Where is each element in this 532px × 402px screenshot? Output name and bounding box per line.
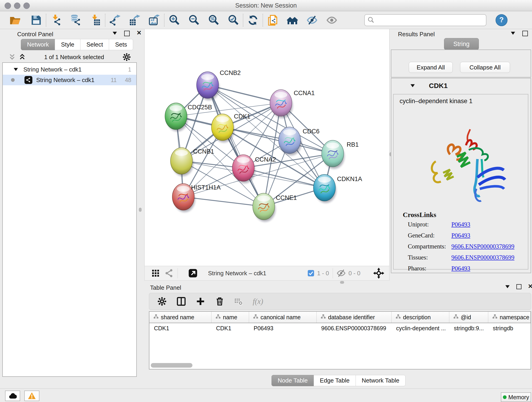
- save-session-icon[interactable]: [31, 15, 42, 26]
- tab-select[interactable]: Select: [80, 39, 109, 50]
- crosslink-link[interactable]: 9606.ENSP00000378699: [451, 254, 514, 261]
- network-collection-row[interactable]: String Network – cdk1 1: [3, 64, 136, 75]
- network-options-gear-icon[interactable]: [123, 53, 131, 61]
- import-database-icon[interactable]: [70, 15, 81, 26]
- table-cell[interactable]: CDK1: [149, 323, 211, 333]
- column-header--id[interactable]: @id: [449, 312, 488, 323]
- tab-style[interactable]: Style: [55, 39, 80, 50]
- zoom-window-icon[interactable]: [23, 2, 30, 9]
- column-header-namespace[interactable]: namespace: [488, 312, 531, 323]
- network-node-CDC6[interactable]: [279, 127, 301, 153]
- table-cell[interactable]: CDK1: [211, 323, 249, 333]
- show-all-icon[interactable]: [326, 15, 337, 26]
- zoom-out-icon[interactable]: [188, 15, 199, 26]
- open-session-icon[interactable]: [10, 15, 21, 26]
- first-neighbors-icon[interactable]: [287, 15, 298, 26]
- search-field[interactable]: [376, 17, 483, 24]
- import-network-icon[interactable]: [51, 15, 61, 26]
- warning-status-button[interactable]: [24, 390, 39, 401]
- column-header-canonical-name[interactable]: canonical name: [249, 312, 317, 323]
- add-column-icon[interactable]: [196, 297, 205, 306]
- hide-selected-icon[interactable]: [307, 15, 317, 26]
- cloud-status-button[interactable]: [5, 390, 20, 401]
- zoom-fit-icon[interactable]: [208, 15, 219, 26]
- table-cell[interactable]: stringdb:9...: [449, 323, 488, 333]
- network-row-selected[interactable]: String Network – cdk1 11 48: [3, 75, 136, 85]
- network-node-CCNB1[interactable]: [171, 148, 192, 174]
- entry-expand-icon[interactable]: [410, 83, 415, 88]
- table-cell[interactable]: cyclin-dependent ...: [392, 323, 449, 333]
- crosslink-link[interactable]: 9606.ENSP00000378699: [451, 243, 514, 250]
- birdseye-grid-icon[interactable]: [152, 269, 160, 277]
- collection-expand-icon[interactable]: [13, 67, 18, 72]
- network-node-CCNE1[interactable]: [253, 193, 275, 220]
- function-builder-icon: f(x): [253, 297, 263, 306]
- tab-string[interactable]: String: [444, 38, 479, 50]
- hidden-eye-icon[interactable]: [336, 269, 346, 278]
- column-header-name[interactable]: name: [211, 312, 249, 323]
- table-settings-gear-icon[interactable]: [157, 297, 167, 306]
- table-cell[interactable]: 9606.ENSP00000378699: [317, 323, 392, 333]
- table-cell[interactable]: P06493: [249, 323, 317, 333]
- crosslink-link[interactable]: P06493: [451, 265, 470, 272]
- network-node-CCNA2[interactable]: [232, 155, 254, 181]
- expand-all-networks-icon[interactable]: [19, 54, 26, 61]
- network-overview-icon[interactable]: [165, 269, 174, 278]
- network-node-CDKN1A[interactable]: [313, 174, 336, 201]
- zoom-selected-icon[interactable]: [228, 15, 239, 26]
- column-header-shared-name[interactable]: shared name: [149, 312, 211, 323]
- minimize-window-icon[interactable]: [14, 2, 20, 9]
- import-table-icon[interactable]: [90, 15, 101, 26]
- column-header-description[interactable]: description: [392, 312, 449, 323]
- export-network-icon[interactable]: [109, 15, 120, 26]
- table-row[interactable]: CDK1CDK1P064939606.ENSP00000378699cyclin…: [149, 323, 531, 333]
- table-panel-float-icon[interactable]: [516, 284, 521, 289]
- delete-column-icon[interactable]: [215, 297, 224, 306]
- control-panel-close-icon[interactable]: ✕: [137, 29, 142, 36]
- collapse-all-networks-icon[interactable]: [9, 54, 16, 61]
- results-panel-float-icon[interactable]: [522, 31, 528, 36]
- refresh-view-icon[interactable]: [247, 15, 259, 26]
- table-panel-menu-icon[interactable]: [505, 284, 510, 289]
- export-image-icon[interactable]: [149, 15, 160, 26]
- open-in-window-icon[interactable]: [188, 269, 197, 278]
- network-canvas[interactable]: CCNB2CCNA1CDC25BCDK1CDC6RB1CCNB1CCNA2CDK…: [144, 29, 389, 266]
- tab-edge-table[interactable]: Edge Table: [314, 375, 356, 386]
- toggle-columns-icon[interactable]: [177, 297, 186, 306]
- network-node-CCNA1[interactable]: [270, 89, 292, 116]
- memory-button[interactable]: Memory: [501, 392, 531, 402]
- clone-network-icon[interactable]: [267, 15, 278, 26]
- zoom-in-icon[interactable]: [169, 15, 180, 26]
- network-edge[interactable]: [183, 197, 264, 206]
- network-node-CCNB2[interactable]: [196, 72, 219, 98]
- tab-network[interactable]: Network: [21, 39, 55, 50]
- crosslink-link[interactable]: P06493: [451, 232, 470, 239]
- control-panel-float-icon[interactable]: [124, 31, 130, 36]
- warning-icon: [28, 392, 36, 400]
- table-hscrollbar-thumb[interactable]: [151, 363, 192, 368]
- tab-network-table[interactable]: Network Table: [355, 375, 405, 386]
- toolbar-separator: [243, 14, 243, 27]
- pan-crosshair-icon[interactable]: [373, 268, 384, 279]
- toolbar-separator: [46, 14, 46, 27]
- network-node-RB1[interactable]: [322, 140, 344, 167]
- selected-checkbox-icon[interactable]: [307, 270, 314, 277]
- control-panel-menu-icon[interactable]: [112, 31, 117, 36]
- tab-node-table[interactable]: Node Table: [272, 375, 314, 386]
- left-splitter-handle[interactable]: [139, 208, 142, 212]
- results-panel-menu-icon[interactable]: [510, 31, 515, 36]
- help-button[interactable]: ?: [496, 14, 507, 26]
- network-node-CDK1[interactable]: [211, 114, 234, 140]
- collapse-all-button[interactable]: Collapse All: [460, 62, 510, 73]
- column-header-database-identifier[interactable]: database identifier: [317, 312, 392, 323]
- expand-all-button[interactable]: Expand All: [409, 62, 453, 73]
- search-input[interactable]: [364, 14, 486, 26]
- close-window-icon[interactable]: [5, 2, 11, 9]
- bottom-splitter-handle[interactable]: [340, 281, 344, 284]
- network-node-CDC25B[interactable]: [165, 103, 187, 129]
- tab-sets[interactable]: Sets: [109, 39, 133, 50]
- table-cell[interactable]: stringdb: [488, 323, 531, 333]
- table-panel-close-icon[interactable]: ✕: [528, 283, 532, 290]
- export-table-icon[interactable]: [129, 15, 140, 26]
- crosslink-link[interactable]: P06493: [451, 221, 470, 228]
